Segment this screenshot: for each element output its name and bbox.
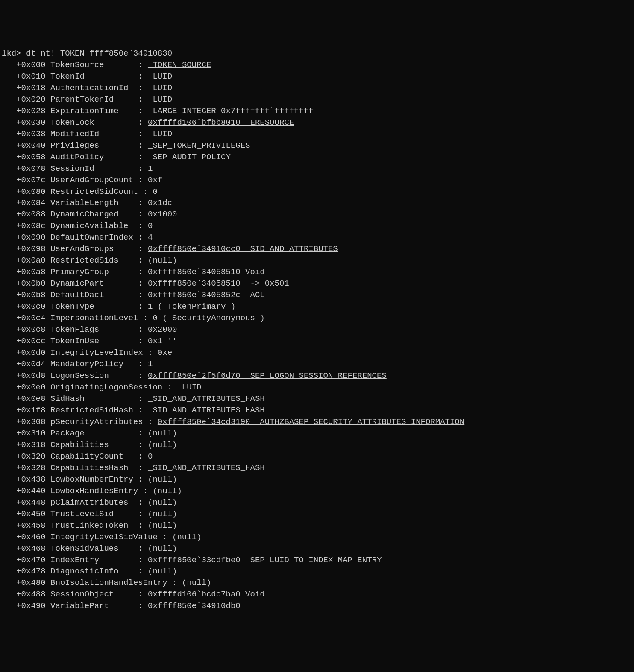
- struct-value-link[interactable]: 0xffff850e`34058510 -> 0x501: [148, 279, 289, 288]
- debugger-output: lkd> dt nt!_TOKEN ffff850e`34910830 +0x0…: [2, 48, 632, 612]
- struct-fields: +0x000 TokenSource : _TOKEN_SOURCE +0x01…: [2, 59, 632, 612]
- struct-value-link[interactable]: 0xffffd106`bcdc7ba0 Void: [148, 590, 265, 599]
- command-prompt: lkd> dt nt!_TOKEN ffff850e`34910830: [2, 49, 172, 58]
- struct-value-link[interactable]: 0xffff850e`3405852c _ACL: [148, 290, 265, 300]
- struct-value-link[interactable]: 0xffff850e`2f5f6d70 _SEP_LOGON_SESSION_R…: [148, 371, 387, 380]
- struct-value-link[interactable]: 0xffffd106`bfbb8010 _ERESOURCE: [148, 118, 294, 127]
- struct-value-link[interactable]: 0xffff850e`34cd3190 _AUTHZBASEP_SECURITY…: [158, 417, 464, 427]
- struct-value-link[interactable]: 0xffff850e`34910cc0 _SID_AND_ATTRIBUTES: [148, 244, 338, 254]
- struct-value-link[interactable]: _TOKEN_SOURCE: [148, 60, 211, 70]
- struct-value-link[interactable]: 0xffff850e`34058510 Void: [148, 267, 265, 277]
- struct-value-link[interactable]: 0xffff850e`33cdfbe0 _SEP_LUID_TO_INDEX_M…: [148, 555, 382, 565]
